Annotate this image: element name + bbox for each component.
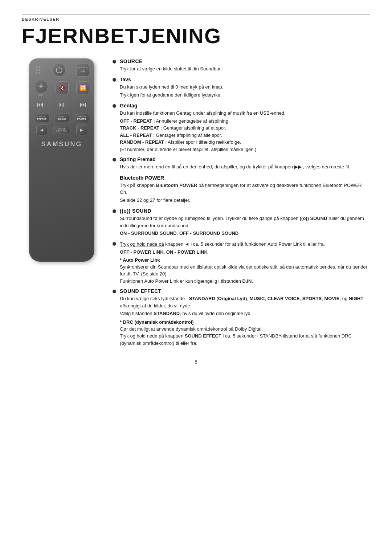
page-title: FJERNBETJENING bbox=[22, 24, 370, 48]
sound-effect-desc-content: SOUND EFFECT Du kan vælge seks lydtilsta… bbox=[120, 288, 370, 347]
mute-icon: 🔇 bbox=[58, 85, 66, 91]
sound-title: ((o)) SOUND bbox=[120, 208, 370, 214]
bluetooth-power-button[interactable]: Bluetooth POWER bbox=[74, 114, 89, 122]
bluetooth-power-desc-item: Bluetooth POWER Tryk på knappen Bluetoot… bbox=[113, 175, 370, 205]
tavs-bullet bbox=[113, 78, 116, 82]
gentag-bullet bbox=[113, 104, 116, 108]
descriptions: SOURCE Tryk for at vælge en kilde slutte… bbox=[113, 58, 370, 351]
auto-power-link-title: * Auto Power Link bbox=[120, 257, 370, 263]
sound-effect-text1: Du kan vælge seks lydtilstande - STANDAR… bbox=[120, 295, 370, 309]
sound-control-label2: CONTROL bbox=[56, 130, 67, 132]
remote-control: SOURCE ⇒ + VOL 🔇 🔁 bbox=[29, 58, 94, 262]
tavs-title: Tavs bbox=[120, 77, 370, 82]
page-container: BESKRIVELSER FJERNBETJENING SOUR bbox=[0, 0, 392, 387]
main-content: SOURCE ⇒ + VOL 🔇 🔁 bbox=[22, 58, 370, 351]
sound-surround-options: ON - SURROUND SOUND, OFF - SURROUND SOUN… bbox=[120, 230, 370, 237]
bluetooth-power-desc-content: Bluetooth POWER Tryk på knappen Bluetoot… bbox=[113, 175, 370, 205]
power-link-desc-content: Tryk og hold nede på knappen ◄ i ca. 5 s… bbox=[120, 241, 370, 285]
gentag-note: (Et nummer, der allerede er blevet afspi… bbox=[120, 146, 370, 153]
sound-label: ((o)) bbox=[60, 115, 64, 118]
vol-col: + VOL bbox=[34, 79, 48, 97]
sound-effect-desc-item: SOUND EFFECT Du kan vælge seks lydtilsta… bbox=[113, 288, 370, 347]
mute-button[interactable]: 🔇 bbox=[56, 81, 69, 94]
bluetooth-main: POWER bbox=[77, 118, 86, 120]
source-desc-content: SOURCE Tryk for at vælge en kilde slutte… bbox=[120, 58, 370, 73]
drc-underline: Tryk og hold nede på bbox=[120, 333, 164, 339]
page-number: 8 bbox=[22, 359, 370, 372]
power-link-desc-item: Tryk og hold nede på knappen ◄ i ca. 5 s… bbox=[113, 241, 370, 285]
gentag-desc-item: Gentag Du kan indstille funktionen Genta… bbox=[113, 103, 370, 153]
sound-desc-content: ((o)) SOUND Surroundsound føjer dybde og… bbox=[120, 208, 370, 237]
auto-power-link-text2: Funktionen Auto Power Link er kun tilgæn… bbox=[120, 278, 370, 285]
right-arrow-button[interactable]: ► bbox=[76, 124, 87, 135]
power-link-asterisk: * Auto Power Link Synkroniserer din Soun… bbox=[120, 257, 370, 285]
gentag-title: Gentag bbox=[120, 103, 370, 109]
source-text: Tryk for at vælge en kilde sluttet til d… bbox=[120, 65, 370, 73]
sound-effect-button[interactable]: * SOUND EFFECT bbox=[34, 114, 49, 122]
left-arrow-button[interactable]: ◄ bbox=[36, 124, 47, 135]
gentag-off-repeat: OFF - REPEAT : Annullerer gentagelse af … bbox=[120, 118, 370, 125]
remote-vol-row: + VOL 🔇 🔁 bbox=[34, 79, 89, 97]
sound-main: SOUND bbox=[57, 118, 66, 120]
sound-effect-bullet bbox=[113, 290, 116, 293]
sound-desc-item: ((o)) SOUND Surroundsound føjer dybde og… bbox=[113, 208, 370, 237]
spring-fremad-title: Spring Fremad bbox=[120, 156, 370, 162]
vol-plus-button[interactable]: + bbox=[34, 79, 48, 93]
remote-playback-row: ⏮ ⏯ ⏭ bbox=[34, 99, 89, 110]
play-pause-button[interactable]: ⏯ bbox=[57, 99, 66, 110]
remote-sound-row: * SOUND EFFECT ((o)) SOUND Bluetooth POW… bbox=[34, 114, 89, 122]
remote-dots bbox=[34, 65, 42, 75]
gentag-text1: Du kan indstille funktionen Gentag under… bbox=[120, 110, 370, 117]
bluetooth-power-title: Bluetooth POWER bbox=[120, 175, 370, 181]
tavs-text2: Tryk igen for at gendanne den tidligere … bbox=[120, 91, 370, 99]
spring-fremad-desc-item: Spring Fremad Hvis der er mere end én fi… bbox=[113, 156, 370, 171]
sound-effect-title: SOUND EFFECT bbox=[120, 288, 370, 294]
spring-fremad-desc-content: Spring Fremad Hvis der er mere end én fi… bbox=[120, 156, 370, 171]
tavs-desc-item: Tavs Du kan skrue lyden ned til 0 med tr… bbox=[113, 77, 370, 99]
drc-text2: Tryk og hold nede på knappen SOUND EFFEC… bbox=[120, 332, 370, 347]
spring-fremad-text: Hvis der er mere end én fil på en den en… bbox=[120, 163, 370, 171]
power-icon bbox=[56, 67, 62, 73]
remote-control-row: ◄ SOUND CONTROL ► bbox=[34, 124, 89, 135]
tavs-desc-content: Tavs Du kan skrue lyden ned til 0 med tr… bbox=[120, 77, 370, 99]
drc-title: * DRC (dynamisk områdekontrol) bbox=[120, 319, 370, 325]
vol-label: VOL bbox=[38, 94, 44, 97]
bluetooth-power-text1: Tryk på knappen Bluetooth POWER på fjern… bbox=[120, 182, 370, 196]
tavs-text1: Du kan skrue lyden ned til 0 med tryk på… bbox=[120, 83, 370, 91]
bluetooth-label: Bluetooth bbox=[77, 115, 86, 118]
source-bullet bbox=[113, 60, 116, 64]
source-button[interactable]: SOURCE ⇒ bbox=[76, 64, 89, 77]
sound-text1: Surroundsound føjer dybde og rumlighed t… bbox=[120, 215, 370, 229]
samsung-logo: SAMSUNG bbox=[34, 140, 89, 148]
gentag-random-repeat: RANDOM - REPEAT : Afspiller spor i tilfæ… bbox=[120, 139, 370, 146]
power-link-options: OFF - POWER LINK, ON - POWER LINK bbox=[120, 249, 370, 256]
section-label: BESKRIVELSER bbox=[22, 15, 370, 21]
next-button[interactable]: ⏭ bbox=[78, 99, 88, 110]
power-button[interactable] bbox=[53, 64, 66, 77]
gentag-track-repeat: TRACK - REPEAT : Gentager afspilning af … bbox=[120, 124, 370, 132]
sound-effect-label: * SOUND bbox=[37, 115, 46, 118]
drc-text1: Gør det muligt at anvende dynamisk områd… bbox=[120, 326, 370, 333]
bluetooth-power-text2: Se side 22 og 27 for flere detaljer. bbox=[120, 197, 370, 204]
sound-button[interactable]: ((o)) SOUND bbox=[54, 114, 69, 122]
gentag-all-repeat: ALL - REPEAT : Gentager afspilning af al… bbox=[120, 132, 370, 139]
prev-button[interactable]: ⏮ bbox=[36, 99, 45, 110]
power-link-underline: Tryk og hold nede på bbox=[120, 241, 164, 247]
sound-control-button[interactable]: SOUND CONTROL bbox=[53, 126, 70, 134]
power-link-bullet bbox=[113, 242, 116, 246]
auto-power-link-text1: Synkroniserer din Soundbar med en tilslu… bbox=[120, 263, 370, 278]
repeat-button[interactable]: 🔁 bbox=[76, 81, 89, 94]
spring-fremad-bullet bbox=[113, 158, 116, 162]
samsung-text: SAMSUNG bbox=[41, 140, 82, 148]
gentag-desc-content: Gentag Du kan indstille funktionen Genta… bbox=[120, 103, 370, 153]
source-arrow-icon: ⇒ bbox=[81, 69, 85, 74]
remote-top-row: SOURCE ⇒ bbox=[34, 64, 89, 77]
source-title: SOURCE bbox=[120, 58, 370, 64]
source-desc-item: SOURCE Tryk for at vælge en kilde slutte… bbox=[113, 58, 370, 73]
sound-effect-main: EFFECT bbox=[37, 118, 46, 120]
repeat-icon: 🔁 bbox=[80, 85, 86, 91]
sound-bullet bbox=[113, 209, 116, 213]
drc-asterisk: * DRC (dynamisk områdekontrol) Gør det m… bbox=[120, 319, 370, 347]
power-link-text1: Tryk og hold nede på knappen ◄ i ca. 5 s… bbox=[120, 241, 370, 248]
remote-container: SOURCE ⇒ + VOL 🔇 🔁 bbox=[22, 58, 102, 262]
